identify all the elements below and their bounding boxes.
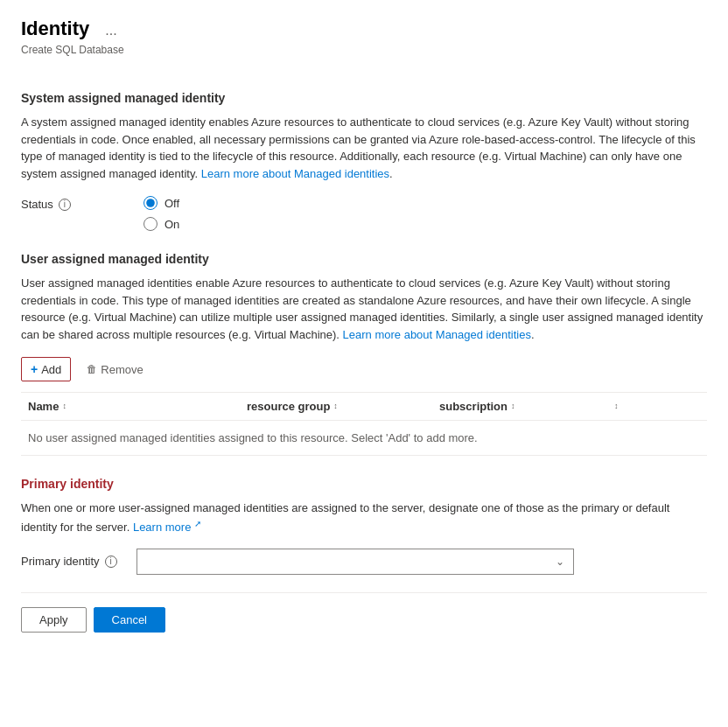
page-title: Identity	[21, 17, 89, 40]
page-subtitle: Create SQL Database	[21, 44, 707, 56]
radio-off-option[interactable]: Off	[144, 196, 179, 210]
radio-off-input[interactable]	[144, 196, 158, 210]
resource-group-sort-icon: ↕	[333, 402, 338, 410]
add-button-label: Add	[41, 363, 61, 376]
primary-identity-label-text: Primary identity	[21, 555, 100, 568]
system-learn-more-link[interactable]: Learn more about Managed identities	[201, 167, 389, 180]
subscription-sort-icon: ↕	[511, 402, 515, 410]
primary-identity-section: Primary identity When one or more user-a…	[21, 477, 707, 574]
trash-icon: 🗑	[87, 363, 97, 375]
extra-sort-icon: ↕	[614, 402, 619, 410]
user-identity-table: Name ↕ resource group ↕ subscription ↕ ↕…	[21, 392, 707, 456]
apply-button[interactable]: Apply	[21, 607, 87, 633]
primary-section-title: Primary identity	[21, 477, 707, 491]
primary-identity-info-icon[interactable]: i	[105, 556, 117, 568]
system-section-description: A system assigned managed identity enabl…	[21, 114, 707, 182]
table-col-subscription[interactable]: subscription ↕	[432, 400, 607, 413]
more-options-icon[interactable]: ...	[105, 23, 116, 38]
user-section-title: User assigned managed identity	[21, 252, 707, 266]
name-sort-icon: ↕	[62, 402, 66, 410]
remove-button[interactable]: 🗑 Remove	[78, 359, 151, 381]
user-learn-more-link[interactable]: Learn more about Managed identities	[343, 328, 531, 341]
status-label-text: Status	[21, 198, 53, 211]
status-radio-group: Off On	[144, 196, 179, 231]
footer-actions: Apply Cancel	[21, 607, 707, 633]
radio-on-label: On	[164, 218, 179, 231]
cancel-button[interactable]: Cancel	[94, 607, 165, 633]
system-section-title: System assigned managed identity	[21, 91, 707, 105]
remove-button-label: Remove	[101, 363, 143, 376]
primary-identity-dropdown[interactable]: ⌄	[136, 549, 574, 575]
table-header: Name ↕ resource group ↕ subscription ↕ ↕	[21, 393, 707, 421]
table-col-resource-group[interactable]: resource group ↕	[240, 400, 432, 413]
footer-divider	[21, 592, 707, 593]
plus-icon: +	[31, 362, 38, 376]
chevron-down-icon: ⌄	[556, 556, 564, 568]
add-button[interactable]: + Add	[21, 357, 71, 381]
table-empty-message: No user assigned managed identities assi…	[21, 421, 707, 455]
user-action-bar: + Add 🗑 Remove	[21, 357, 707, 381]
radio-on-option[interactable]: On	[144, 217, 179, 231]
external-link-icon: ➚	[194, 519, 201, 528]
radio-off-label: Off	[164, 197, 179, 210]
primary-learn-more-link[interactable]: Learn more ➚	[133, 521, 201, 534]
user-section-description: User assigned managed identities enable …	[21, 275, 707, 343]
radio-on-input[interactable]	[144, 217, 158, 231]
table-col-name[interactable]: Name ↕	[21, 400, 240, 413]
primary-section-description: When one or more user-assigned managed i…	[21, 500, 707, 535]
table-col-extra: ↕	[607, 400, 642, 413]
status-info-icon[interactable]: i	[59, 199, 71, 211]
primary-identity-row: Primary identity i ⌄	[21, 549, 707, 575]
